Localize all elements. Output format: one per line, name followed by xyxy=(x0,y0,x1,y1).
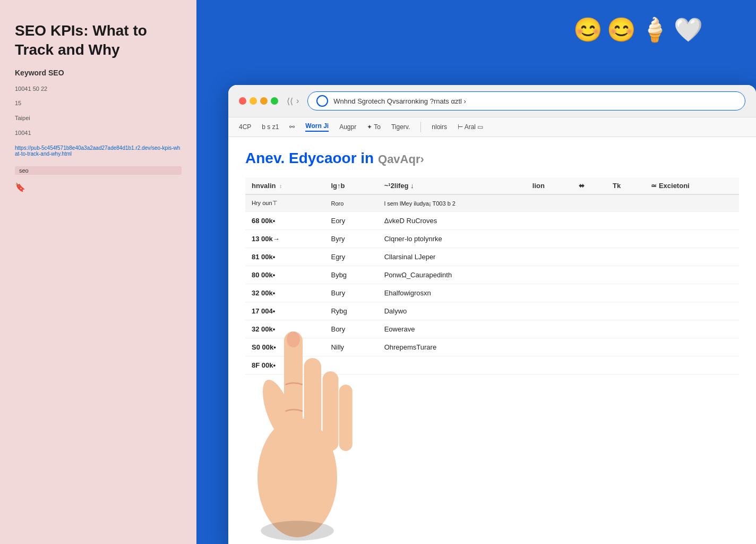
cell-type-4: Bury xyxy=(324,284,377,302)
table-header-row: hnvalin ↕ lg↑b ~¹2lifeg ↓ lion ⬌ Tk ≃ Ex… xyxy=(245,177,739,194)
sidebar-url[interactable]: https://pub-5c454f571b8e40a3a2aad27ade84… xyxy=(15,145,182,157)
sidebar-title: SEO KPIs: What to Track and Why xyxy=(15,21,182,60)
traffic-lights xyxy=(239,97,278,105)
cell-type-0: Eory xyxy=(324,212,377,230)
cell-name-7: OhrepemsTurare xyxy=(378,338,526,356)
sidebar-meta-line3: Taipei xyxy=(15,114,182,123)
subheader-col3: l sem lMey iludya¡ T003 b 2 xyxy=(378,194,739,212)
toolbar-item-aral[interactable]: ⊢ Aral ▭ xyxy=(458,123,483,131)
cell-vol-5: 17 004• xyxy=(245,302,324,320)
emoji-face-3: 🍦 xyxy=(640,16,669,44)
table-row: 81 00k• Egry Cllarsinal LJeper xyxy=(245,248,739,266)
emoji-face-1: 😊 xyxy=(573,16,603,44)
cell-type-3: Bybg xyxy=(324,266,377,284)
back-icon[interactable]: ⟨⟨ xyxy=(287,96,293,106)
table-row: 32 00k• Bury Ehalfowigrosxn xyxy=(245,284,739,302)
svg-point-0 xyxy=(257,418,337,538)
cell-type-6: Bory xyxy=(324,320,377,338)
svg-point-7 xyxy=(261,521,334,541)
col-header-2[interactable]: ~¹2lifeg ↓ xyxy=(378,177,526,194)
traffic-light-green[interactable] xyxy=(271,97,278,105)
top-icons: 😊 😊 🍦 🤍 xyxy=(573,16,703,44)
address-bar[interactable]: Wnhnd Sgrotech Qvsarronking ?rnats αztl … xyxy=(307,91,745,110)
table-row: 68 00k• Eory ΔvkeD RuCroves xyxy=(245,212,739,230)
sidebar-meta-line1: 10041 50 22 xyxy=(15,84,182,94)
address-circle-icon xyxy=(316,95,328,107)
browser-chrome: ⟨⟨ › Wnhnd Sgrotech Qvsarronking ?rnats … xyxy=(228,85,756,117)
traffic-light-minimize[interactable] xyxy=(250,97,257,105)
cell-vol-1: 13 00k→ xyxy=(245,230,324,248)
browser-window: ⟨⟨ › Wnhnd Sgrotech Qvsarronking ?rnats … xyxy=(228,85,756,544)
sidebar-meta-line4: 10041 xyxy=(15,129,182,138)
cell-type-5: Rybg xyxy=(324,302,377,320)
toolbar-item-2[interactable]: ⚯ xyxy=(289,123,295,131)
cell-vol-2: 81 00k• xyxy=(245,248,324,266)
cell-name-5: Dalywo xyxy=(378,302,526,320)
data-table: hnvalin ↕ lg↑b ~¹2lifeg ↓ lion ⬌ Tk ≃ Ex… xyxy=(245,177,739,375)
address-text: Wnhnd Sgrotech Qvsarronking ?rnats αztl … xyxy=(333,97,466,105)
title-part4: QavAqr› xyxy=(378,152,424,166)
toolbar-item-worm[interactable]: Worn Ji xyxy=(305,122,329,132)
table-row: 32 00k• Bory Eowerave xyxy=(245,320,739,338)
traffic-light-close[interactable] xyxy=(239,97,246,105)
title-part3: in xyxy=(360,150,378,166)
cell-name-2: Cllarsinal LJeper xyxy=(378,248,526,266)
toolbar-item-tiger[interactable]: Tigerv. xyxy=(391,123,410,131)
toolbar-item-ta[interactable]: ✦ To xyxy=(367,123,381,131)
title-part2: Edycaoor xyxy=(289,150,360,166)
svg-rect-4 xyxy=(339,385,353,451)
col-header-4: ⬌ xyxy=(572,177,606,194)
cell-type-1: Byry xyxy=(324,230,377,248)
cell-vol-0: 68 00k• xyxy=(245,212,324,230)
sidebar-bookmark-icon: 🔖 xyxy=(15,182,182,192)
col-header-5: Tk xyxy=(606,177,645,194)
cell-type-8 xyxy=(324,356,377,375)
table-row: 13 00k→ Byry Clqner-lo ptolynrke xyxy=(245,230,739,248)
toolbar-item-nloirs[interactable]: nloirs xyxy=(432,123,447,131)
subheader-col2: Roro xyxy=(324,194,377,212)
table-subheader-row: Hry oun⊤ Roro l sem lMey iludya¡ T003 b … xyxy=(245,194,739,212)
sidebar-meta-line2: 15 xyxy=(15,99,182,108)
browser-toolbar: 4CP b s z1 ⚯ Worn Ji Augpr ✦ To Tigerv. … xyxy=(228,117,756,137)
main-area: 😊 😊 🍦 🤍 ⟨⟨ › Wnhnd Sgrotech Qvsarronking… xyxy=(196,0,756,544)
title-part1: Anev. xyxy=(245,150,289,166)
emoji-face-2: 😊 xyxy=(607,16,636,44)
cell-vol-6: 32 00k• xyxy=(245,320,324,338)
sidebar-tag: seo xyxy=(15,166,182,175)
sidebar: SEO KPIs: What to Track and Why Keyword … xyxy=(0,0,196,544)
cell-name-8 xyxy=(378,356,526,375)
emoji-face-4: 🤍 xyxy=(674,16,703,44)
browser-content: Anev. Edycaoor in QavAqr› hnvalin ↕ lg↑b… xyxy=(228,137,756,387)
table-row: 8F 00k• xyxy=(245,356,739,375)
toolbar-item-augpr[interactable]: Augpr xyxy=(339,123,356,131)
cell-type-2: Egry xyxy=(324,248,377,266)
table-row: 80 00k• Bybg PonwΩ_Caurapedinth xyxy=(245,266,739,284)
toolbar-item-1[interactable]: b s z1 xyxy=(262,123,279,131)
col-header-1[interactable]: lg↑b xyxy=(324,177,377,194)
toolbar-separator xyxy=(420,122,421,132)
col-header-6: ≃ Excietoni xyxy=(645,177,739,194)
forward-icon[interactable]: › xyxy=(296,96,299,106)
table-row: 17 004• Rybg Dalywo xyxy=(245,302,739,320)
cell-name-4: Ehalfowigrosxn xyxy=(378,284,526,302)
nav-arrows: ⟨⟨ › xyxy=(287,96,299,106)
cell-vol-4: 32 00k• xyxy=(245,284,324,302)
cell-name-3: PonwΩ_Caurapedinth xyxy=(378,266,526,284)
col-header-3[interactable]: lion xyxy=(526,177,572,194)
toolbar-item-0[interactable]: 4CP xyxy=(239,123,251,131)
subheader-col1: Hry oun⊤ xyxy=(245,194,324,212)
table-row: S0 00k• Nilly OhrepemsTurare xyxy=(245,338,739,356)
cell-name-6: Eowerave xyxy=(378,320,526,338)
cell-vol-7: S0 00k• xyxy=(245,338,324,356)
col-header-0[interactable]: hnvalin ↕ xyxy=(245,177,324,194)
content-title: Anev. Edycaoor in QavAqr› xyxy=(245,150,739,167)
cell-type-7: Nilly xyxy=(324,338,377,356)
cell-vol-3: 80 00k• xyxy=(245,266,324,284)
sidebar-subtitle: Keyword SEO xyxy=(15,69,182,77)
cell-name-0: ΔvkeD RuCroves xyxy=(378,212,526,230)
cell-name-1: Clqner-lo ptolynrke xyxy=(378,230,526,248)
cell-vol-8: 8F 00k• xyxy=(245,356,324,375)
traffic-light-fullscreen[interactable] xyxy=(260,97,268,105)
